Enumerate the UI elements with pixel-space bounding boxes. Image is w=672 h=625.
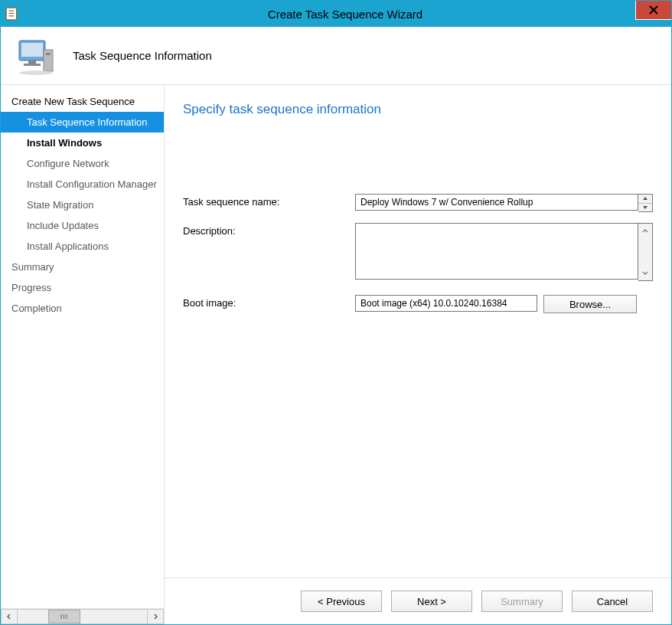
svg-rect-9: [24, 64, 41, 66]
label-description: Description:: [183, 223, 355, 237]
chevron-up-icon: [642, 196, 648, 201]
content: Specify task sequence information Task s…: [165, 85, 671, 578]
nav-list: Create New Task Sequence Task Sequence I…: [1, 85, 164, 608]
chevron-right-icon: [152, 614, 158, 620]
nav-label: Configure Network: [27, 158, 109, 169]
nav-label: Create New Task Sequence: [11, 96, 135, 107]
description-textarea[interactable]: [355, 223, 638, 280]
wizard-icon: [15, 34, 57, 77]
browse-button[interactable]: Browse...: [543, 295, 637, 313]
nav-label: Progress: [11, 282, 51, 293]
label-task-sequence-name: Task sequence name:: [183, 194, 355, 208]
nav-label: Completion: [11, 303, 62, 314]
svg-rect-1: [9, 11, 15, 11]
svg-rect-3: [9, 15, 15, 16]
svg-marker-14: [643, 206, 648, 209]
sidebar-hscrollbar[interactable]: III: [1, 608, 164, 624]
nav-item-install-applications[interactable]: Install Applications: [1, 236, 164, 257]
nav-item-summary[interactable]: Summary: [1, 257, 164, 277]
scroll-track[interactable]: III: [18, 609, 147, 624]
svg-point-12: [19, 70, 53, 75]
close-icon: [649, 5, 658, 15]
nav-item-install-configuration-manager[interactable]: Install Configuration Manager: [1, 174, 164, 195]
desc-scroll-track[interactable]: [638, 237, 652, 267]
cancel-button[interactable]: Cancel: [572, 591, 653, 612]
boot-image-input[interactable]: [355, 295, 537, 312]
svg-rect-2: [9, 13, 15, 14]
desc-scroll-up[interactable]: [638, 224, 652, 237]
nav-item-create-new-task-sequence[interactable]: Create New Task Sequence: [1, 91, 164, 112]
nav-label: Install Configuration Manager: [27, 178, 157, 190]
header-title: Task Sequence Information: [73, 49, 212, 62]
next-button[interactable]: Next >: [391, 591, 472, 612]
nav-item-progress[interactable]: Progress: [1, 277, 164, 298]
page-heading: Specify task sequence information: [183, 102, 653, 117]
nav-item-include-updates[interactable]: Include Updates: [1, 215, 164, 236]
scroll-right-button[interactable]: [147, 609, 164, 624]
nav-item-task-sequence-information[interactable]: Task Sequence Information: [1, 112, 164, 133]
scroll-thumb[interactable]: III: [48, 610, 80, 623]
svg-marker-13: [643, 197, 648, 200]
main-panel: Specify task sequence information Task s…: [165, 85, 671, 624]
wizard-window: Create Task Sequence Wizard Task Sequenc…: [0, 0, 672, 625]
nav-label: Include Updates: [27, 220, 99, 231]
chevron-left-icon: [6, 614, 12, 620]
nav-label: Summary: [11, 261, 54, 273]
row-description: Description:: [183, 223, 653, 281]
row-task-sequence-name: Task sequence name:: [183, 194, 653, 212]
name-spin-up[interactable]: [638, 195, 652, 204]
name-spinner: [638, 194, 653, 212]
task-sequence-name-input[interactable]: [355, 194, 638, 211]
body: Create New Task Sequence Task Sequence I…: [1, 85, 671, 624]
name-spin-down[interactable]: [638, 204, 652, 212]
close-button[interactable]: [635, 1, 671, 20]
previous-button[interactable]: < Previous: [301, 591, 382, 612]
nav-item-state-migration[interactable]: State Migration: [1, 195, 164, 215]
scroll-left-button[interactable]: [1, 609, 18, 624]
nav-item-configure-network[interactable]: Configure Network: [1, 153, 164, 174]
desc-scroll-down[interactable]: [638, 267, 652, 280]
sidebar: Create New Task Sequence Task Sequence I…: [1, 85, 165, 624]
header-panel: Task Sequence Information: [1, 27, 671, 85]
app-icon: [5, 7, 19, 21]
nav-label: Install Applications: [27, 241, 109, 252]
wizard-footer: < Previous Next > Summary Cancel: [165, 578, 671, 624]
nav-label: Task Sequence Information: [27, 116, 148, 128]
nav-item-install-windows[interactable]: Install Windows: [1, 133, 164, 153]
svg-rect-8: [28, 61, 36, 64]
label-boot-image: Boot image:: [183, 295, 355, 309]
chevron-down-icon: [642, 205, 648, 210]
svg-rect-7: [21, 43, 43, 57]
svg-rect-11: [46, 53, 51, 55]
nav-label: Install Windows: [27, 137, 102, 149]
chevron-down-icon: [642, 271, 648, 276]
row-boot-image: Boot image: Browse...: [183, 295, 653, 313]
chevron-up-icon: [642, 228, 648, 233]
summary-button: Summary: [481, 591, 563, 612]
title-bar: Create Task Sequence Wizard: [1, 1, 671, 27]
description-vscrollbar[interactable]: [638, 223, 653, 281]
scroll-thumb-grip: III: [60, 613, 69, 620]
window-title: Create Task Sequence Wizard: [19, 8, 671, 21]
nav-item-completion[interactable]: Completion: [1, 298, 164, 319]
nav-label: State Migration: [27, 199, 93, 211]
